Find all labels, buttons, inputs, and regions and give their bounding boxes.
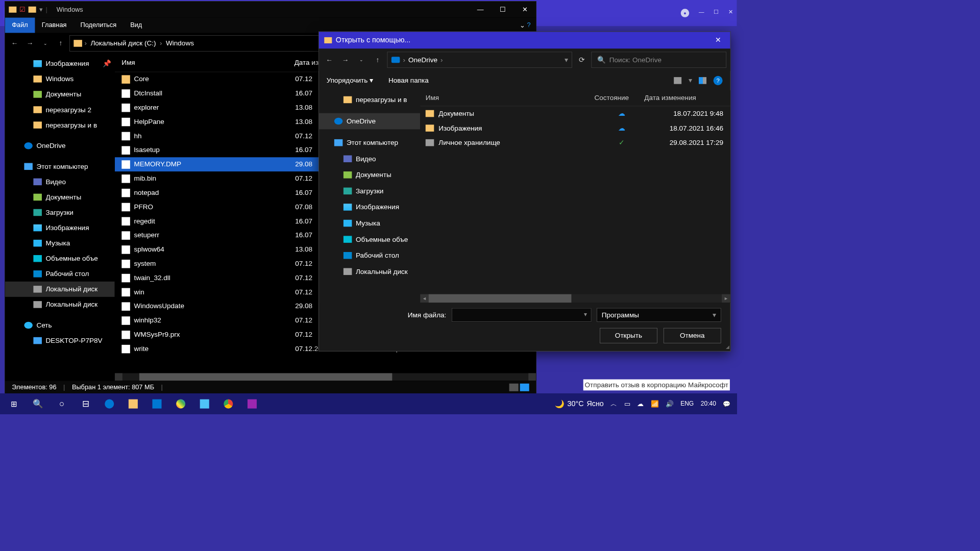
breadcrumb[interactable]: Локальный диск (C:)	[89, 39, 157, 47]
sidebar-item[interactable]: Windows	[5, 71, 115, 87]
volume-icon[interactable]: 🔊	[666, 400, 674, 408]
open-button[interactable]: Открыть	[600, 328, 657, 343]
organize-button[interactable]: Упорядочить ▾	[327, 77, 373, 85]
sidebar-item[interactable]: Рабочий стол	[319, 247, 420, 264]
ribbon-help-icon[interactable]: ?	[527, 21, 531, 29]
taskview-button[interactable]: ⊟	[74, 393, 97, 414]
sidebar-item[interactable]: Документы	[319, 167, 420, 183]
filetype-filter[interactable]: Программы▾	[597, 308, 721, 322]
titlebar[interactable]: ☑ ▾ | Windows — ☐ ✕	[5, 2, 536, 18]
refresh-button[interactable]: ⟳	[575, 56, 589, 64]
file-row[interactable]: Личное хранилище✓29.08.2021 17:29	[420, 135, 730, 150]
sidebar-item[interactable]: Изображения	[319, 199, 420, 215]
qat-icon[interactable]: ☑	[19, 6, 25, 14]
sidebar-item[interactable]: Документы	[5, 87, 115, 102]
file-row[interactable]: Изображения☁18.07.2021 16:46	[420, 121, 730, 136]
sidebar-item[interactable]: Локальный диск	[5, 282, 115, 297]
dialog-column-headers[interactable]: Имя Состояние Дата изменения	[420, 90, 730, 107]
browser-close-icon[interactable]: ✕	[728, 9, 733, 17]
sidebar-item[interactable]: Объемные объе	[5, 251, 115, 266]
sidebar-item[interactable]: Изображения	[5, 220, 115, 236]
sidebar-item[interactable]: Изображения📌	[5, 56, 115, 71]
notifications-icon[interactable]: 💬	[723, 400, 730, 408]
sidebar-item[interactable]: Загрузки	[5, 205, 115, 220]
horizontal-scrollbar[interactable]: ◄►	[420, 294, 730, 303]
file-row[interactable]: Документы☁18.07.2021 9:48	[420, 106, 730, 121]
language-indicator[interactable]: ENG	[680, 400, 694, 408]
column-state[interactable]: Состояние	[589, 94, 639, 102]
breadcrumb[interactable]: OneDrive	[408, 56, 437, 64]
horizontal-scrollbar[interactable]	[115, 373, 536, 381]
breadcrumb[interactable]: Windows	[164, 39, 195, 47]
onedrive-tray-icon[interactable]: ☁	[637, 400, 644, 408]
sidebar-item[interactable]: Этот компьютер	[319, 135, 420, 151]
view-preview-icon[interactable]	[699, 77, 706, 84]
ribbon-tab-view[interactable]: Вид	[124, 18, 149, 33]
column-name[interactable]: Имя	[115, 59, 287, 67]
tray-chevron-icon[interactable]: ︿	[610, 399, 617, 408]
notepad-icon[interactable]	[192, 393, 216, 414]
column-name[interactable]: Имя	[420, 94, 589, 102]
help-button[interactable]: ?	[714, 76, 723, 85]
resize-grip[interactable]: ◢	[726, 344, 729, 350]
column-date[interactable]: Дата изменения	[639, 94, 730, 102]
nav-recent-button[interactable]: ⌄	[355, 57, 368, 63]
app-icon[interactable]	[240, 393, 264, 414]
ribbon-tab-share[interactable]: Поделиться	[74, 18, 124, 33]
cancel-button[interactable]: Отмена	[664, 328, 721, 343]
ribbon-expand-icon[interactable]: ⌄	[520, 21, 525, 30]
filename-input[interactable]: ▾	[452, 308, 592, 322]
weather-widget[interactable]: 🌙 30°C Ясно	[555, 399, 604, 409]
sidebar-item[interactable]: Объемные объе	[319, 231, 420, 247]
dialog-close-button[interactable]: ✕	[712, 36, 725, 45]
sidebar-item[interactable]: Локальный диск	[319, 263, 420, 280]
nav-forward-button[interactable]: →	[339, 56, 352, 64]
nav-back-button[interactable]: ←	[323, 56, 336, 64]
view-tiles-icon[interactable]	[520, 384, 529, 391]
sidebar-item[interactable]: Рабочий стол	[5, 266, 115, 282]
sidebar-item[interactable]: OneDrive	[5, 138, 115, 154]
sidebar-item[interactable]: Этот компьютер	[5, 159, 115, 174]
maximize-button[interactable]: ☐	[492, 2, 514, 18]
wifi-icon[interactable]: 📶	[651, 400, 659, 408]
sidebar-item[interactable]: DESKTOP-P7P8V	[5, 333, 115, 348]
dialog-search-input[interactable]: 🔍 Поиск: OneDrive	[592, 52, 727, 68]
address-dropdown-icon[interactable]: ▾	[565, 56, 568, 64]
calculator-icon[interactable]	[145, 393, 169, 414]
dialog-address-bar[interactable]: › OneDrive › ▾	[387, 52, 572, 68]
explorer-icon[interactable]	[121, 393, 145, 414]
nav-up-button[interactable]: ↑	[371, 56, 384, 64]
profile-icon[interactable]: ●	[681, 9, 690, 17]
chrome-icon[interactable]	[216, 393, 240, 414]
battery-icon[interactable]: ▭	[624, 400, 630, 408]
ribbon-tab-file[interactable]: Файл	[5, 18, 35, 33]
view-list-icon[interactable]	[674, 77, 681, 84]
clock[interactable]: 20:40	[701, 400, 716, 408]
ribbon-tab-home[interactable]: Главная	[35, 18, 74, 33]
sidebar-item[interactable]: перезагрузы и в	[5, 117, 115, 133]
view-details-icon[interactable]	[509, 384, 519, 391]
cortana-button[interactable]: ○	[50, 393, 74, 414]
sidebar-item[interactable]: Сеть	[5, 317, 115, 333]
sidebar-item[interactable]: перезагрузы 2	[5, 102, 115, 117]
nav-back-button[interactable]: ←	[8, 37, 21, 50]
browser-max-icon[interactable]: ☐	[714, 9, 719, 17]
close-button[interactable]: ✕	[514, 2, 536, 18]
edge-icon[interactable]	[97, 393, 121, 414]
search-button[interactable]: 🔍	[26, 393, 50, 414]
sidebar-item[interactable]: Музыка	[5, 236, 115, 251]
sidebar-item[interactable]: перезагрузы и в	[319, 92, 420, 108]
dialog-titlebar[interactable]: Открыть с помощью... ✕	[319, 32, 730, 48]
sidebar-item[interactable]: Видео	[5, 174, 115, 189]
feedback-link[interactable]: Отправить отзыв в корпорацию Майкрософт	[583, 380, 730, 391]
minimize-button[interactable]: —	[469, 2, 492, 18]
start-button[interactable]: ⊞	[3, 393, 27, 414]
nav-recent-button[interactable]: ⌄	[39, 37, 52, 50]
new-folder-button[interactable]: Новая папка	[388, 77, 429, 85]
sidebar-item[interactable]: Документы	[5, 189, 115, 205]
sidebar-item[interactable]: Загрузки	[319, 183, 420, 199]
nav-forward-button[interactable]: →	[23, 37, 37, 50]
browser-min-icon[interactable]: —	[699, 9, 704, 17]
sidebar-item[interactable]: Видео	[319, 151, 420, 167]
sidebar-item[interactable]: OneDrive	[319, 113, 420, 130]
